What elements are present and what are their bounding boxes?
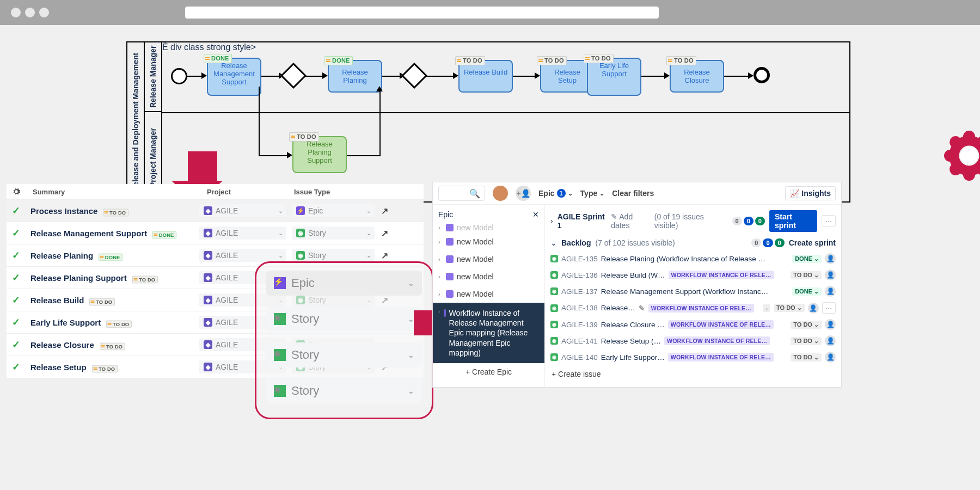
epic-tag[interactable]: WORKFLOW INSTANCE OF RELE… (664, 336, 770, 345)
issue-title: Release… (601, 304, 635, 312)
bpmn-gateway-icon[interactable] (280, 63, 307, 89)
backlog-issue-row[interactable]: ◉AGILE-140Early Life Suppor…WORKFLOW INS… (545, 349, 841, 365)
table-row[interactable]: ✓Process InstanceTO DO◆AGILE⌄⚡Epic⌄↗ (7, 199, 424, 222)
sprint-visible-count: (0 of 19 issues visible) (654, 212, 724, 230)
story-icon: ◉ (550, 304, 558, 312)
address-bar[interactable] (185, 7, 659, 19)
bpmn-task-release-closure[interactable]: TO DO Release Closure (670, 60, 724, 93)
backlog-header: ⌄ Backlog (7 of 102 issues visible) 000 … (545, 235, 841, 250)
epic-list-item-selected[interactable]: ›Workflow Instance of Release Management… (433, 303, 544, 363)
jira-backlog-panel: 🔍 +👤 Epic1⌄ Type⌄ Clear filters 📈Insight… (432, 182, 842, 388)
backlog-issue-row[interactable]: ◉AGILE-138Release…✎WORKFLOW INSTANCE OF … (545, 299, 841, 316)
bpmn-task-release-build[interactable]: TO DO Release Build (458, 60, 513, 93)
create-epic-button[interactable]: + Create Epic (433, 363, 544, 381)
issue-type-select[interactable]: ⚡Epic⌄ (292, 204, 375, 217)
edit-icon[interactable]: ✎ (639, 304, 645, 313)
more-actions-button[interactable]: ··· (822, 215, 836, 227)
backlog-issue-row[interactable]: ◉AGILE-141Release Setup (…WORKFLOW INSTA… (545, 333, 841, 349)
story-icon: ◉ (550, 353, 558, 361)
status-dropdown[interactable]: TO DO ⌄ (791, 321, 822, 329)
expand-icon[interactable]: ↗ (380, 206, 389, 216)
filter-type[interactable]: Type⌄ (580, 189, 605, 198)
epic-list-item[interactable]: ›new Model (433, 285, 544, 303)
add-dates-button[interactable]: ✎ Add dates (611, 212, 650, 230)
status-dropdown[interactable]: TO DO ⌄ (791, 271, 822, 279)
project-select[interactable]: ◆AGILE⌄ (199, 249, 286, 262)
row-summary: Release BuildTO DO (30, 294, 194, 307)
create-sprint-button[interactable]: Create sprint (789, 238, 836, 247)
gear-icon[interactable] (12, 187, 21, 196)
expand-icon[interactable]: ↗ (380, 228, 389, 238)
status-dropdown[interactable]: TO DO ⌄ (791, 353, 822, 362)
status-badge-done: DONE (204, 54, 232, 63)
assignee-avatar[interactable]: 👤 (825, 286, 836, 297)
bpmn-task-release-setup[interactable]: TO DO Release Setup (540, 60, 595, 93)
issue-type-select[interactable]: ◉Story⌄ (292, 226, 375, 240)
backlog-issue-row[interactable]: ◉AGILE-135Release Planing (Workflow Inst… (545, 250, 841, 267)
epic-list-item[interactable]: ›new Model (433, 222, 544, 233)
avatar[interactable] (493, 186, 508, 201)
close-icon[interactable]: ✕ (532, 210, 539, 219)
status-dropdown[interactable]: DONE ⌄ (792, 287, 822, 296)
bpmn-task-release-planing[interactable]: DONE Release Planing (328, 60, 382, 93)
issue-title: Release Build (W… (601, 271, 665, 279)
add-people-button[interactable]: +👤 (516, 186, 531, 201)
insights-button[interactable]: 📈Insights (785, 186, 836, 200)
chevron-right-icon[interactable]: › (550, 217, 553, 225)
window-controls (11, 8, 49, 17)
assignee-avatar[interactable]: 👤 (825, 270, 836, 280)
start-sprint-button[interactable]: Start sprint (769, 210, 817, 232)
search-input[interactable]: 🔍 (438, 186, 485, 201)
bpmn-task-early-life-support[interactable]: TO DO Early Life Support (587, 58, 641, 96)
epic-tag[interactable]: WORKFLOW INSTANCE OF RELE… (668, 353, 774, 362)
project-select[interactable]: ◆AGILE⌄ (199, 226, 286, 240)
more-actions-button[interactable]: ··· (822, 302, 836, 314)
epic-tag[interactable]: WORKFLOW INSTANCE OF RELE… (668, 320, 774, 329)
project-select[interactable]: ◆AGILE⌄ (199, 204, 286, 217)
lane-divider (162, 112, 849, 113)
bpmn-start-event-icon[interactable] (171, 68, 187, 84)
bpmn-task-release-planing-support[interactable]: TO DO Release Planing Support (292, 136, 347, 173)
backlog-issue-row[interactable]: ◉AGILE-137Release Management Support (Wo… (545, 283, 841, 299)
filter-epic[interactable]: Epic1⌄ (538, 189, 573, 198)
epic-tag[interactable]: WORKFLOW INSTANCE OF RELE… (669, 271, 774, 279)
status-dropdown[interactable]: TO DO ⌄ (774, 304, 805, 312)
expand-icon[interactable]: ↗ (380, 250, 389, 261)
zoom-select-story[interactable]: ◉Story⌄ (266, 342, 422, 367)
chevron-down-icon[interactable]: ⌄ (550, 238, 557, 247)
window-zoom-icon[interactable] (39, 8, 49, 17)
assignee-avatar[interactable]: 👤 (825, 319, 836, 330)
create-issue-button[interactable]: + Create issue (545, 365, 841, 383)
backlog-issue-row[interactable]: ◉AGILE-139Release Closure …WORKFLOW INST… (545, 316, 841, 333)
epic-list-item[interactable]: ›new Model (433, 268, 544, 285)
gear-flower-icon (944, 131, 980, 181)
backlog-issue-row[interactable]: ◉AGILE-136Release Build (W…WORKFLOW INST… (545, 267, 841, 283)
table-row[interactable]: ✓Release Management SupportDONE◆AGILE⌄◉S… (7, 222, 424, 244)
bpmn-task-release-management-support[interactable]: DONE Release Management Support (207, 58, 261, 96)
bpmn-end-event-icon[interactable] (754, 67, 770, 83)
zoom-select-story[interactable]: ◉Story⌄ (266, 378, 422, 403)
status-dropdown[interactable]: - (763, 304, 770, 312)
window-close-icon[interactable] (11, 8, 21, 17)
issue-type-select[interactable]: ◉Story⌄ (292, 249, 375, 262)
window-minimize-icon[interactable] (25, 8, 35, 17)
check-icon: ✓ (12, 316, 25, 328)
assignee-avatar[interactable]: 👤 (825, 335, 836, 346)
assignee-avatar[interactable]: 👤 (825, 352, 836, 363)
assignee-avatar[interactable]: 👤 (808, 303, 819, 314)
sprint-header: › AGILE Sprint 1 ✎ Add dates (0 of 19 is… (545, 207, 841, 235)
clear-filters-button[interactable]: Clear filters (612, 189, 654, 198)
status-dropdown[interactable]: DONE ⌄ (792, 255, 822, 263)
epic-list-item[interactable]: ›new Model (433, 250, 544, 268)
bpmn-gateway-icon[interactable] (401, 63, 427, 89)
zoom-select-story[interactable]: ◉Story⌄ (266, 307, 422, 332)
status-dropdown[interactable]: TO DO ⌄ (791, 337, 822, 345)
lane-body: DONE Release Management Support DONE Rel… (162, 42, 849, 201)
assignee-avatar[interactable]: 👤 (825, 253, 836, 264)
zoom-select-epic[interactable]: ⚡Epic⌄ (266, 271, 422, 296)
pool-label: Release and Deployment Management (127, 42, 145, 201)
epic-list-item[interactable]: ›new Model (433, 233, 544, 250)
epic-tag[interactable]: WORKFLOW INSTANCE OF RELE… (648, 304, 754, 313)
check-icon: ✓ (12, 205, 25, 217)
svg-point-10 (961, 148, 977, 163)
